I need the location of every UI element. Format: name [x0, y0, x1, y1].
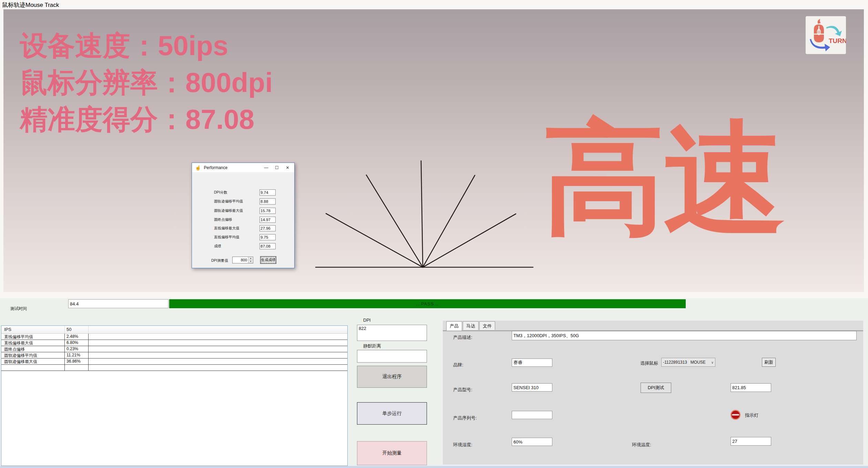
line-offset-avg-label: 直线偏移平均值: [214, 234, 239, 240]
dpi-measure-label: DPI测量值: [211, 258, 228, 263]
results-table-header[interactable]: IPS 50: [1, 326, 347, 334]
test-time-input[interactable]: [68, 299, 169, 308]
dpi-value-box[interactable]: 822: [357, 325, 427, 341]
single-step-button[interactable]: 单步运行: [357, 402, 427, 425]
exit-program-button[interactable]: 退出程序: [357, 366, 427, 388]
dpi-measure-spinner[interactable]: 800 ▲ ▼: [232, 257, 253, 263]
table-row[interactable]: 圆轨迹偏移平均值11.21%: [1, 352, 347, 358]
rotate-arrow-top-icon: [826, 26, 842, 36]
serial-number-input[interactable]: [512, 411, 552, 419]
turn-logo-icon: TURN: [806, 16, 846, 54]
dpi-label: DPI: [363, 318, 371, 323]
header-50[interactable]: 50: [65, 326, 89, 333]
row-label: 圆轨迹偏移最大值: [1, 358, 65, 364]
humidity-label: 环境湿度:: [453, 442, 472, 448]
performance-dialog-titlebar[interactable]: ☝ Performance — ☐ ✕: [192, 163, 294, 172]
mouse-icon: [814, 19, 824, 42]
stat-mouse-resolution-label: 鼠标分辨率：: [20, 66, 185, 98]
tab-product[interactable]: 产品: [446, 321, 462, 331]
performance-dialog: ☝ Performance — ☐ ✕ DPI分数9.74 圆轨迹偏移平均值8.…: [192, 163, 295, 268]
trace-line-vertical: [421, 161, 423, 267]
row-label: 圆轨迹偏移平均值: [1, 352, 65, 358]
hand-pointer-icon: ☝: [195, 165, 201, 170]
product-model-input[interactable]: [512, 383, 552, 392]
brand-label: 品牌:: [453, 362, 463, 368]
temperature-input[interactable]: [731, 437, 771, 446]
spinner-down-icon[interactable]: ▼: [248, 260, 253, 263]
pass-status-text: ...PASS...: [416, 301, 439, 306]
minimize-icon[interactable]: —: [261, 163, 272, 172]
serial-number-label: 产品序列号:: [453, 415, 477, 421]
trace-fan-figure: [310, 155, 538, 272]
high-speed-watermark: 高速: [543, 113, 805, 243]
spinner-up-icon[interactable]: ▲: [248, 257, 253, 260]
row-value: 36.86%: [65, 358, 89, 364]
circle-offset-avg-field[interactable]: 8.88: [259, 198, 276, 205]
close-icon[interactable]: ✕: [282, 163, 293, 172]
humidity-input[interactable]: [512, 438, 552, 446]
trace-line-steep-left: [366, 175, 423, 267]
row-value: 6.80%: [65, 340, 89, 346]
pass-progressbar: ...PASS...: [169, 299, 686, 308]
row-value: 2.48%: [65, 334, 89, 340]
tab-motor[interactable]: 马达: [463, 321, 479, 330]
circle-endpoint-offset-field[interactable]: 14.97: [259, 217, 276, 223]
mouse-select-dropdown[interactable]: -1122891313 MOUSE ∨: [661, 358, 715, 367]
circle-endpoint-offset-label: 圆终点偏移: [214, 217, 232, 222]
generate-score-button[interactable]: 生成成绩: [260, 256, 276, 264]
dpi-score-field[interactable]: 9.74: [259, 189, 276, 196]
trace-line-steep-right: [423, 175, 475, 267]
table-row[interactable]: 圆终点偏移0.23%: [1, 346, 347, 352]
line-offset-max-field[interactable]: 27.96: [259, 225, 276, 231]
row-label: 直线偏移最大值: [1, 340, 65, 346]
select-mouse-label: 选择鼠标: [640, 360, 658, 366]
product-description-label: 产品描述:: [453, 334, 472, 341]
stat-device-speed-value: 50ips: [158, 30, 228, 61]
row-label: [1, 365, 65, 371]
stat-device-speed-label: 设备速度：: [20, 29, 158, 62]
product-tabs: 产品 马达 文件: [446, 321, 496, 331]
stats-block: 设备速度：50ips 鼠标分辨率：800dpi 精准度得分：87.08: [20, 27, 273, 138]
dpi-measure-value[interactable]: 800: [233, 257, 248, 263]
stat-mouse-resolution-value: 800dpi: [185, 67, 273, 98]
chevron-down-icon: ∨: [711, 361, 714, 364]
mouse-track-window: 鼠标轨迹Mouse Track 设备速度：50ips 鼠标分辨率：800dpi …: [0, 0, 868, 468]
indicator-light-label: 指示灯: [745, 412, 758, 418]
silent-distance-input[interactable]: [357, 350, 427, 363]
silent-distance-label: 静默距离: [363, 343, 381, 349]
product-description-input[interactable]: [512, 331, 857, 340]
window-bottom-frame: [0, 466, 868, 468]
trace-line-shallow-left: [326, 214, 423, 267]
row-label: 圆终点偏移: [1, 346, 65, 352]
circle-offset-max-label: 圆轨迹偏移最大值: [214, 208, 243, 214]
tab-file[interactable]: 文件: [479, 321, 495, 330]
dpi-score-label: DPI分数: [214, 189, 227, 195]
stat-mouse-resolution: 鼠标分辨率：800dpi: [20, 64, 273, 101]
refresh-button[interactable]: 刷新: [762, 358, 776, 367]
window-title: 鼠标轨迹Mouse Track: [2, 1, 59, 9]
stat-device-speed: 设备速度：50ips: [20, 27, 273, 64]
header-ips[interactable]: IPS: [1, 326, 65, 333]
results-table[interactable]: IPS 50 直线偏移平均值2.48% 直线偏移最大值6.80% 圆终点偏移0.…: [1, 325, 348, 466]
table-row[interactable]: 直线偏移平均值2.48%: [1, 334, 347, 340]
score-field[interactable]: 87.08: [259, 243, 276, 249]
header-empty[interactable]: [89, 326, 347, 333]
stat-accuracy-score-label: 精准度得分：: [20, 103, 185, 135]
table-row[interactable]: 圆轨迹偏移最大值36.86%: [1, 358, 347, 365]
brand-input[interactable]: [512, 358, 552, 367]
table-row[interactable]: 直线偏移最大值6.80%: [1, 340, 347, 346]
dpi-test-button[interactable]: DPI测试: [641, 383, 671, 393]
performance-dialog-title: Performance: [204, 165, 227, 170]
circle-offset-avg-label: 圆轨迹偏移平均值: [214, 198, 243, 204]
line-offset-avg-field[interactable]: 9.75: [259, 234, 276, 240]
stat-accuracy-score-value: 87.08: [185, 104, 254, 135]
circle-offset-max-field[interactable]: 15.78: [259, 208, 276, 214]
mouse-select-value: -1122891313 MOUSE: [663, 360, 706, 365]
product-panel: 产品 马达 文件 产品描述: 品牌: 选择鼠标 -1122891313 MOUS…: [442, 320, 864, 465]
dpi-test-result-input[interactable]: [731, 383, 771, 392]
indicator-light-icon: [730, 409, 741, 420]
temperature-label: 环境温度:: [632, 442, 651, 448]
start-measure-button[interactable]: 开始测量: [357, 441, 427, 465]
maximize-icon[interactable]: ☐: [272, 163, 282, 172]
table-row[interactable]: [1, 365, 347, 371]
